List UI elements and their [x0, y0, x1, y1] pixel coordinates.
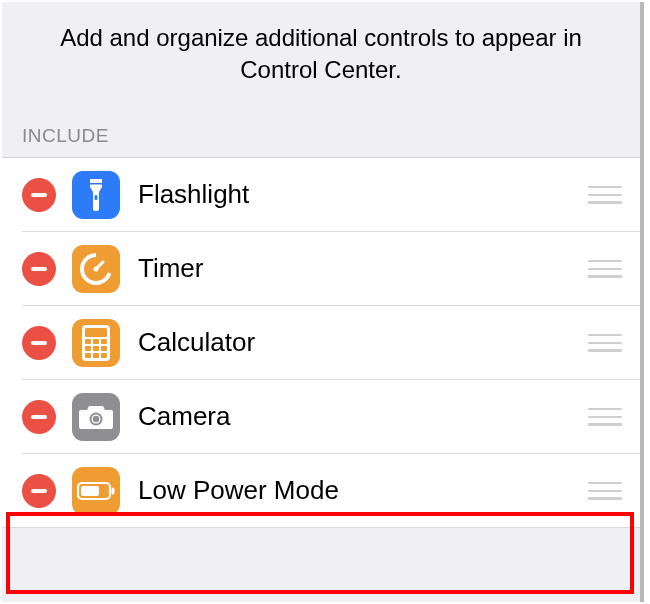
- timer-icon: [72, 245, 120, 293]
- flashlight-icon: [72, 171, 120, 219]
- drag-handle-icon[interactable]: [588, 480, 622, 502]
- list-item: Camera: [2, 380, 640, 454]
- calculator-icon: [72, 319, 120, 367]
- remove-button[interactable]: [22, 474, 56, 508]
- list-item-label: Timer: [138, 253, 588, 284]
- list-item-label: Flashlight: [138, 179, 588, 210]
- list-item-label: Camera: [138, 401, 588, 432]
- svg-rect-0: [95, 195, 98, 200]
- header: Add and organize additional controls to …: [2, 2, 640, 111]
- include-list: Flashlight Timer: [2, 157, 640, 528]
- svg-rect-10: [81, 486, 99, 496]
- list-item: Calculator: [2, 306, 640, 380]
- drag-handle-icon[interactable]: [588, 258, 622, 280]
- remove-button[interactable]: [22, 326, 56, 360]
- svg-point-7: [93, 416, 99, 422]
- settings-pane: Add and organize additional controls to …: [2, 2, 644, 602]
- header-description: Add and organize additional controls to …: [42, 22, 600, 87]
- svg-rect-9: [112, 487, 115, 494]
- remove-button[interactable]: [22, 400, 56, 434]
- svg-rect-1: [90, 183, 102, 185]
- camera-icon: [72, 393, 120, 441]
- section-header-include: INCLUDE: [2, 111, 640, 157]
- list-item-label: Low Power Mode: [138, 475, 588, 506]
- svg-line-4: [96, 262, 103, 269]
- remove-button[interactable]: [22, 178, 56, 212]
- battery-icon: [72, 467, 120, 515]
- list-item: Timer: [2, 232, 640, 306]
- drag-handle-icon[interactable]: [588, 332, 622, 354]
- drag-handle-icon[interactable]: [588, 184, 622, 206]
- remove-button[interactable]: [22, 252, 56, 286]
- list-item: Flashlight: [2, 158, 640, 232]
- list-item: Low Power Mode: [2, 454, 640, 528]
- drag-handle-icon[interactable]: [588, 406, 622, 428]
- list-item-label: Calculator: [138, 327, 588, 358]
